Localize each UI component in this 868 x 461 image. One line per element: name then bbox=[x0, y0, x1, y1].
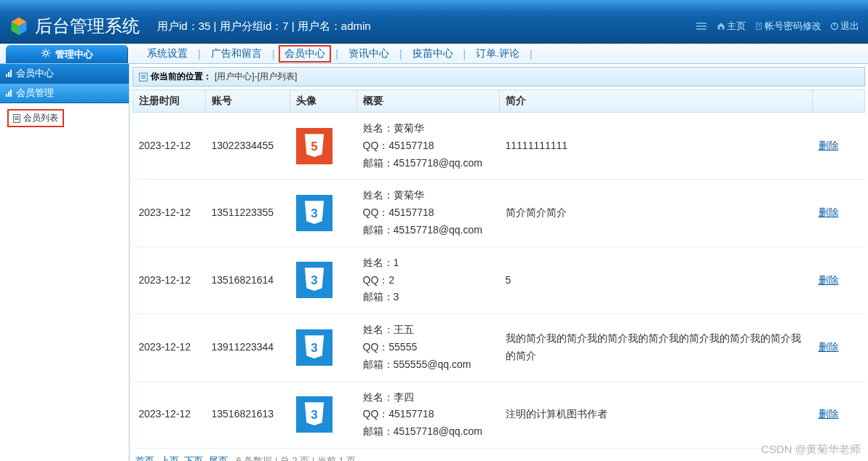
cell-intro: 简介简介简介 bbox=[500, 180, 813, 246]
nav-item-4[interactable]: 疫苗中心 bbox=[407, 45, 459, 63]
delete-link[interactable]: 删除 bbox=[819, 408, 839, 420]
logo-icon bbox=[9, 16, 29, 36]
css3-icon: 3 bbox=[296, 262, 333, 298]
delete-link[interactable]: 删除 bbox=[819, 274, 839, 286]
cell-action: 删除 bbox=[813, 381, 865, 448]
bars-chart-icon bbox=[6, 89, 12, 97]
sidebar: 会员中心 会员管理 会员列表 bbox=[0, 64, 130, 461]
cell-time: 2023-12-12 bbox=[133, 381, 206, 448]
col-header: 简介 bbox=[500, 90, 813, 113]
cell-account: 13911223344 bbox=[206, 314, 290, 381]
svg-text:3: 3 bbox=[311, 207, 317, 220]
cell-action: 删除 bbox=[813, 113, 865, 180]
nav-item-3[interactable]: 资讯中心 bbox=[343, 45, 395, 63]
bars-chart-icon bbox=[6, 70, 12, 77]
nav-separator: | bbox=[272, 48, 275, 60]
home-link[interactable]: 主页 bbox=[714, 18, 749, 34]
svg-rect-3 bbox=[720, 27, 722, 30]
cell-avatar: 3 bbox=[290, 180, 357, 246]
col-header bbox=[813, 90, 865, 113]
doc-icon bbox=[754, 22, 763, 31]
cell-time: 2023-12-12 bbox=[133, 180, 206, 246]
member-table: 注册时间账号头像概要简介 2023-12-12130223344555姓名：黄菊… bbox=[132, 89, 865, 449]
nav-item-1[interactable]: 广告和留言 bbox=[205, 45, 268, 63]
delete-link[interactable]: 删除 bbox=[819, 140, 839, 151]
cell-action: 删除 bbox=[813, 180, 865, 246]
css3-icon: 3 bbox=[296, 195, 333, 231]
content-area: 你当前的位置： [用户中心]-[用户列表] 注册时间账号头像概要简介 2023-… bbox=[130, 64, 868, 461]
breadcrumb: 你当前的位置： [用户中心]-[用户列表] bbox=[132, 67, 865, 87]
system-title: 后台管理系统 bbox=[35, 15, 140, 38]
user-meta-text: 用户id：35 | 用户分组id：7 | 用户名：admin bbox=[157, 20, 371, 33]
password-link[interactable]: 帐号密码修改 bbox=[752, 18, 824, 34]
pager-info: 6 条数据 | 总 2 页 | 当前 1 页 bbox=[236, 455, 357, 461]
power-icon bbox=[830, 22, 839, 31]
svg-text:5: 5 bbox=[311, 139, 317, 153]
cell-time: 2023-12-12 bbox=[133, 113, 206, 180]
cell-intro: 11111111111 bbox=[500, 113, 813, 180]
table-row: 2023-12-12135112233553姓名：黄菊华QQ：45157718邮… bbox=[133, 180, 865, 246]
list-icon bbox=[139, 73, 148, 81]
top-nav: 系统设置|广告和留言|会员中心|资讯中心|疫苗中心|订单.评论| bbox=[128, 44, 537, 63]
pager-first[interactable]: 首页 bbox=[135, 455, 154, 461]
css3-icon: 3 bbox=[296, 329, 333, 366]
cell-time: 2023-12-12 bbox=[133, 246, 206, 313]
svg-text:3: 3 bbox=[311, 273, 317, 287]
cell-intro: 注明的计算机图书作者 bbox=[500, 381, 813, 448]
delete-link[interactable]: 删除 bbox=[819, 207, 839, 218]
cell-summary: 姓名：黄菊华QQ：45157718邮箱：45157718@qq.com bbox=[357, 113, 500, 180]
col-header: 概要 bbox=[357, 90, 500, 113]
table-row: 2023-12-12130223344555姓名：黄菊华QQ：45157718邮… bbox=[133, 113, 865, 180]
cell-account: 13516821614 bbox=[206, 246, 290, 313]
col-header: 头像 bbox=[290, 90, 357, 113]
cell-summary: 姓名：黄菊华QQ：45157718邮箱：45157718@qq.com bbox=[357, 180, 500, 246]
cell-avatar: 5 bbox=[290, 113, 357, 180]
delete-link[interactable]: 删除 bbox=[819, 341, 839, 353]
col-header: 账号 bbox=[206, 90, 290, 113]
nav-item-0[interactable]: 系统设置 bbox=[141, 45, 194, 63]
tabs-bar: 管理中心 系统设置|广告和留言|会员中心|资讯中心|疫苗中心|订单.评论| bbox=[0, 44, 868, 64]
cell-summary: 姓名：王五QQ：55555邮箱：555555@qq.com bbox=[357, 314, 500, 381]
nav-separator: | bbox=[198, 48, 201, 60]
cell-avatar: 3 bbox=[290, 246, 357, 313]
breadcrumb-path: [用户中心]-[用户列表] bbox=[215, 71, 297, 83]
nav-item-2[interactable]: 会员中心 bbox=[279, 45, 331, 63]
sidebar-sub-member-mgmt[interactable]: 会员管理 bbox=[0, 84, 129, 103]
svg-text:3: 3 bbox=[311, 340, 317, 354]
cell-avatar: 3 bbox=[290, 381, 357, 448]
sidebar-leaf-member-list[interactable]: 会员列表 bbox=[7, 109, 64, 127]
table-row: 2023-12-12139112233443姓名：王五QQ：55555邮箱：55… bbox=[133, 314, 865, 381]
cell-account: 13022334455 bbox=[206, 113, 290, 180]
cell-action: 删除 bbox=[813, 246, 865, 313]
svg-text:3: 3 bbox=[311, 408, 317, 422]
cell-avatar: 3 bbox=[290, 314, 357, 381]
pager-next[interactable]: 下页 bbox=[184, 455, 203, 461]
html5-icon: 5 bbox=[296, 128, 333, 164]
sidebar-group-members[interactable]: 会员中心 bbox=[0, 64, 129, 84]
col-header: 注册时间 bbox=[133, 90, 206, 113]
menu-icon[interactable] bbox=[696, 23, 706, 30]
management-center-tab[interactable]: 管理中心 bbox=[6, 45, 128, 63]
doc-icon bbox=[13, 114, 20, 123]
gear-icon bbox=[41, 48, 51, 60]
nav-item-5[interactable]: 订单.评论 bbox=[470, 45, 525, 63]
svg-point-9 bbox=[44, 51, 47, 55]
nav-separator: | bbox=[399, 48, 402, 60]
css3-icon: 3 bbox=[296, 396, 333, 433]
cell-action: 删除 bbox=[813, 314, 865, 381]
table-row: 2023-12-12135168216143姓名：1QQ：2邮箱：35删除 bbox=[133, 246, 865, 313]
nav-separator: | bbox=[530, 48, 533, 60]
exit-link[interactable]: 退出 bbox=[827, 18, 862, 34]
cell-summary: 姓名：1QQ：2邮箱：3 bbox=[357, 246, 500, 313]
breadcrumb-label: 你当前的位置： bbox=[151, 71, 212, 83]
cell-account: 13516821613 bbox=[206, 381, 290, 448]
cell-summary: 姓名：李四QQ：45157718邮箱：45157718@qq.com bbox=[357, 381, 500, 448]
nav-separator: | bbox=[335, 48, 338, 60]
pager-last[interactable]: 尾页 bbox=[209, 455, 228, 461]
pager: 首页 上页 下页 尾页 6 条数据 | 总 2 页 | 当前 1 页 bbox=[130, 449, 868, 461]
cell-time: 2023-12-12 bbox=[133, 314, 206, 381]
titlebar: 后台管理系统 用户id：35 | 用户分组id：7 | 用户名：admin 主页… bbox=[0, 0, 868, 44]
pager-prev[interactable]: 上页 bbox=[160, 455, 179, 461]
nav-separator: | bbox=[463, 48, 466, 60]
cell-intro: 我的简介我的简介我的简介我的简介我的简介我的简介我的简介我的简介 bbox=[500, 314, 813, 381]
